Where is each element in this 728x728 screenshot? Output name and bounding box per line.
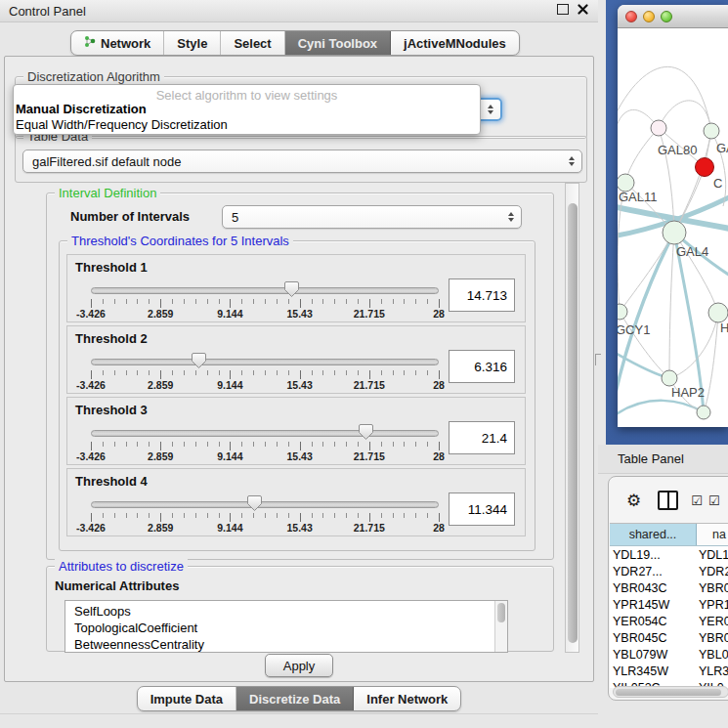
threshold-slider[interactable]: -3.4262.8599.14415.4321.71528 bbox=[91, 354, 439, 393]
slider-thumb[interactable] bbox=[191, 352, 207, 369]
tab-network[interactable]: Network bbox=[71, 31, 164, 55]
cell-name[interactable]: YER0 bbox=[697, 615, 728, 628]
cell-shared-name[interactable]: YPR145W bbox=[610, 598, 697, 612]
table-row[interactable]: YDL19...YDL1 bbox=[610, 546, 728, 563]
tab-infer-network-label: Infer Network bbox=[366, 692, 448, 707]
threshold-value-field[interactable]: 14.713 bbox=[449, 278, 515, 312]
gear-icon[interactable]: ⚙ bbox=[626, 492, 641, 509]
threshold-slider[interactable]: -3.4262.8599.14415.4321.71528 bbox=[91, 425, 439, 464]
column-header-name[interactable]: na bbox=[697, 524, 728, 545]
table-row[interactable]: YBR043CYBR0 bbox=[610, 579, 728, 596]
zoom-traffic-light-icon[interactable] bbox=[661, 11, 672, 22]
panel-resize-grip[interactable] bbox=[595, 354, 601, 365]
cell-shared-name[interactable]: YBR045C bbox=[610, 631, 697, 645]
columns-icon[interactable] bbox=[658, 491, 678, 510]
cell-shared-name[interactable]: YDL19... bbox=[610, 548, 697, 562]
table-row[interactable]: YBL079WYBL0 bbox=[610, 646, 728, 663]
cell-name[interactable]: YBR0 bbox=[697, 581, 728, 595]
cell-shared-name[interactable]: YBR043C bbox=[610, 581, 697, 595]
dropdown-item-equal-width-frequency[interactable]: Equal Width/Frequency Discretization bbox=[16, 117, 228, 132]
slider-track[interactable] bbox=[91, 287, 439, 294]
threshold-slider[interactable]: -3.4262.8599.14415.4321.71528 bbox=[91, 496, 439, 535]
attributes-scrollbar[interactable] bbox=[494, 601, 507, 652]
slider-tick-label: 21.715 bbox=[354, 308, 385, 320]
scrollbar-thumb[interactable] bbox=[568, 203, 578, 643]
network-window-titlebar[interactable] bbox=[618, 5, 728, 28]
combo-arrows-icon bbox=[569, 156, 575, 166]
slider-track[interactable] bbox=[91, 430, 439, 437]
cell-name[interactable]: YDR2 bbox=[697, 565, 728, 578]
tab-style[interactable]: Style bbox=[164, 31, 221, 55]
cell-shared-name[interactable]: YER054C bbox=[610, 615, 697, 628]
tab-discretize-data[interactable]: Discretize Data bbox=[236, 687, 354, 710]
network-node-h[interactable] bbox=[708, 303, 728, 322]
node-table[interactable]: shared... na YDL19...YDL1YDR27...YDR2YBR… bbox=[610, 523, 728, 688]
close-icon[interactable] bbox=[578, 4, 588, 15]
network-view-canvas[interactable]: GAL80 GA C GAL11 GAL4 GCY1 H HAP2 bbox=[618, 28, 728, 427]
table-row[interactable]: YLR345WYLR3 bbox=[610, 663, 728, 679]
network-node-gcy1[interactable] bbox=[618, 304, 627, 320]
tab-impute-data[interactable]: Impute Data bbox=[138, 687, 236, 710]
table-panel-card: ⚙ ☑ ☑ shared... na YDL19...YDL1YDR27...Y… bbox=[608, 476, 728, 701]
network-node-ga[interactable] bbox=[704, 123, 719, 139]
network-node-gal4[interactable] bbox=[663, 221, 686, 244]
slider-track[interactable] bbox=[91, 359, 439, 365]
checkbox-icon[interactable]: ☑ bbox=[691, 494, 703, 507]
table-row[interactable]: YDR27...YDR2 bbox=[610, 563, 728, 579]
attribute-list-item[interactable]: BetweennessCentrality bbox=[65, 636, 507, 653]
cell-name[interactable]: YDL1 bbox=[697, 548, 728, 562]
threshold-value-field[interactable]: 21.4 bbox=[449, 421, 515, 454]
table-data-combobox[interactable]: galFiltered.sif default node bbox=[22, 150, 582, 173]
slider-major-tick bbox=[230, 370, 231, 379]
threshold-value-field[interactable]: 6.316 bbox=[449, 350, 515, 383]
slider-thumb[interactable] bbox=[246, 494, 263, 512]
dropdown-item-manual-discretization[interactable]: Manual Discretization bbox=[16, 102, 147, 116]
network-node-gal80[interactable] bbox=[651, 120, 666, 136]
slider-tick-label: -3.426 bbox=[76, 522, 106, 534]
cell-shared-name[interactable]: YLR345W bbox=[610, 664, 697, 678]
slider-major-tick bbox=[300, 299, 301, 308]
tab-select[interactable]: Select bbox=[221, 31, 284, 55]
tab-infer-network[interactable]: Infer Network bbox=[354, 687, 460, 710]
network-node-hap2[interactable] bbox=[662, 370, 677, 386]
cell-name[interactable]: YBR0 bbox=[697, 631, 728, 645]
table-row[interactable]: YER054CYER0 bbox=[610, 613, 728, 629]
numerical-attributes-list[interactable]: SelfLoopsTopologicalCoefficientBetweenne… bbox=[64, 600, 508, 653]
tab-jactivemnodules[interactable]: jActiveMNodules bbox=[391, 31, 519, 55]
network-node-red-selected[interactable] bbox=[696, 158, 714, 177]
table-header-row: shared... na bbox=[610, 524, 728, 546]
threshold-slider[interactable]: -3.4262.8599.14415.4321.71528 bbox=[91, 282, 439, 321]
checkbox-icon[interactable]: ☑ bbox=[708, 494, 720, 507]
network-node-bottom[interactable] bbox=[697, 406, 710, 419]
cell-name[interactable]: YLR3 bbox=[697, 664, 728, 678]
slider-major-tick bbox=[230, 299, 231, 308]
attribute-list-item[interactable]: SelfLoops bbox=[65, 603, 507, 620]
slider-tick-label: 21.715 bbox=[354, 450, 385, 462]
apply-button[interactable]: Apply bbox=[265, 654, 333, 677]
table-data-value: galFiltered.sif default node bbox=[32, 154, 181, 169]
slider-track[interactable] bbox=[91, 501, 439, 508]
svg-text:GAL80: GAL80 bbox=[658, 143, 697, 157]
minimize-traffic-light-icon[interactable] bbox=[643, 11, 655, 22]
table-row[interactable]: YPR145WYPR1 bbox=[610, 596, 728, 613]
column-header-shared-name[interactable]: shared... bbox=[610, 524, 697, 545]
threshold-value-field[interactable]: 11.344 bbox=[449, 492, 515, 526]
attribute-list-item[interactable]: TopologicalCoefficient bbox=[65, 620, 507, 636]
cell-shared-name[interactable]: YBL079W bbox=[610, 648, 697, 662]
close-traffic-light-icon[interactable] bbox=[625, 11, 637, 22]
panel-vertical-scrollbar[interactable] bbox=[565, 183, 579, 653]
network-window[interactable]: GAL80 GA C GAL11 GAL4 GCY1 H HAP2 bbox=[618, 5, 728, 427]
float-window-icon[interactable] bbox=[557, 4, 569, 15]
table-row[interactable]: YBR045CYBR0 bbox=[610, 629, 728, 646]
number-of-intervals-combobox[interactable]: 5 bbox=[222, 205, 522, 229]
scrollbar-thumb[interactable] bbox=[616, 689, 721, 696]
slider-major-tick bbox=[439, 370, 440, 379]
slider-thumb[interactable] bbox=[283, 280, 300, 298]
slider-tick-label: 2.859 bbox=[148, 450, 173, 462]
cell-name[interactable]: YPR1 bbox=[697, 598, 728, 612]
cell-name[interactable]: YBL0 bbox=[697, 648, 728, 662]
cell-shared-name[interactable]: YDR27... bbox=[610, 565, 697, 578]
table-horizontal-scrollbar[interactable] bbox=[613, 686, 728, 698]
slider-thumb[interactable] bbox=[358, 423, 374, 441]
tab-cyni-toolbox[interactable]: Cyni Toolbox bbox=[285, 31, 391, 55]
